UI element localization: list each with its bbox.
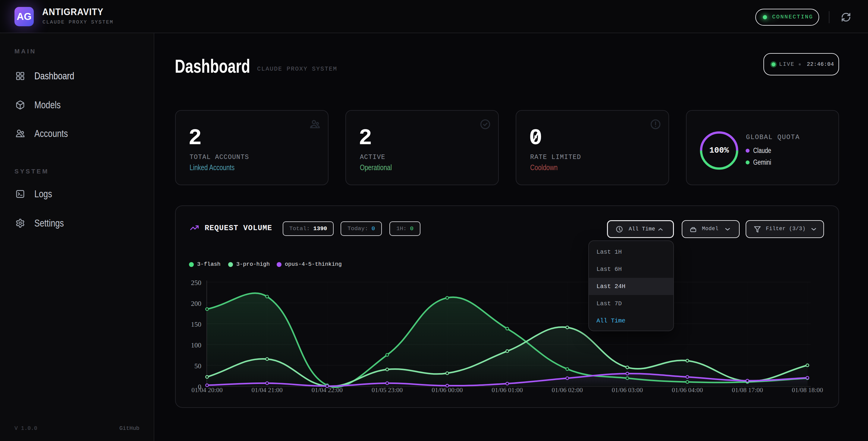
svg-text:01/04 21:00: 01/04 21:00	[252, 386, 283, 394]
svg-text:250: 250	[191, 279, 202, 287]
svg-text:200: 200	[191, 300, 202, 307]
svg-text:100: 100	[191, 342, 202, 349]
svg-text:01/06 02:00: 01/06 02:00	[552, 386, 583, 394]
svg-text:01/06 04:00: 01/06 04:00	[672, 386, 703, 394]
svg-text:01/06 03:00: 01/06 03:00	[612, 386, 643, 394]
svg-text:01/08 18:00: 01/08 18:00	[792, 386, 823, 394]
svg-text:50: 50	[194, 362, 201, 370]
svg-text:150: 150	[191, 321, 202, 328]
svg-text:01/04 22:00: 01/04 22:00	[312, 386, 343, 394]
svg-text:01/08 17:00: 01/08 17:00	[732, 386, 763, 394]
svg-text:01/04 20:00: 01/04 20:00	[191, 386, 222, 394]
svg-text:01/06 01:00: 01/06 01:00	[492, 386, 523, 394]
svg-text:01/06 00:00: 01/06 00:00	[432, 386, 463, 394]
svg-text:01/05 23:00: 01/05 23:00	[372, 386, 403, 394]
